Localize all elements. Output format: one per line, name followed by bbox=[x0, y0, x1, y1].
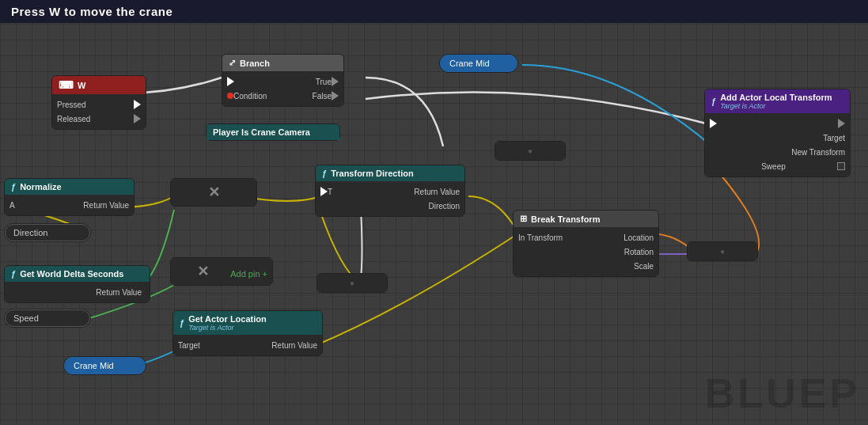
node-get-world-delta[interactable]: ƒ Get World Delta Seconds Return Value bbox=[4, 265, 150, 303]
add-actor-transform-label: New Transform bbox=[791, 148, 845, 157]
node-branch[interactable]: ⤢ Branch True Condition False bbox=[222, 54, 344, 107]
node-crane-mid-bottom[interactable]: Crane Mid bbox=[63, 356, 146, 375]
node-add-actor-local[interactable]: ƒ Add Actor Local Transform Target is Ac… bbox=[704, 89, 851, 177]
node-multiply-1[interactable]: ✕ bbox=[170, 178, 257, 207]
get-world-delta-icon: ƒ bbox=[11, 269, 16, 279]
normalize-title: Normalize bbox=[20, 182, 62, 192]
break-transform-title: Break Transform bbox=[531, 214, 600, 224]
player-crane-title: Player Is Crane Camera bbox=[213, 127, 310, 137]
transform-dir-exec-in[interactable] bbox=[320, 187, 328, 196]
released-pin[interactable] bbox=[134, 114, 141, 123]
pressed-pin[interactable] bbox=[134, 100, 141, 109]
node-direction-var[interactable]: Direction bbox=[4, 223, 91, 242]
get-actor-loc-title: Get Actor Location bbox=[188, 314, 267, 324]
node-lower-pins[interactable]: ● bbox=[316, 273, 388, 293]
get-actor-loc-sub: Target is Actor bbox=[188, 324, 267, 332]
released-label: Released bbox=[57, 115, 90, 123]
normalize-icon: ƒ bbox=[11, 182, 16, 192]
sweep-checkbox[interactable] bbox=[837, 162, 845, 170]
get-world-delta-return-label: Return Value bbox=[96, 288, 142, 297]
node-get-actor-location[interactable]: ƒ Get Actor Location Target is Actor Tar… bbox=[172, 310, 323, 356]
transform-dir-icon: ƒ bbox=[322, 169, 327, 178]
node-multiply-2[interactable]: ✕ Add pin + bbox=[170, 257, 273, 286]
node-transform-direction[interactable]: ƒ Transform Direction T Return Value Dir… bbox=[315, 165, 465, 217]
get-world-delta-title: Get World Delta Seconds bbox=[20, 269, 123, 279]
node-speed-var[interactable]: Speed bbox=[4, 309, 91, 328]
transform-dir-t-label: T bbox=[328, 188, 332, 196]
node-input-w[interactable]: ⌨ W Pressed Released bbox=[51, 75, 146, 130]
break-scale-label: Scale bbox=[634, 262, 654, 271]
canvas[interactable]: ⌨ W Pressed Released ⤢ Branch True bbox=[0, 24, 868, 425]
node-crane-mid-top[interactable]: Crane Mid bbox=[439, 54, 518, 73]
transform-dir-title: Transform Direction bbox=[331, 169, 414, 178]
add-actor-title: Add Actor Local Transform bbox=[720, 93, 832, 102]
speed-var-label: Speed bbox=[13, 313, 39, 323]
get-actor-return-label: Return Value bbox=[271, 341, 317, 350]
get-actor-loc-icon: ƒ bbox=[180, 318, 184, 328]
node-break-transform[interactable]: ⊞ Break Transform In Transform Location … bbox=[513, 210, 659, 277]
branch-title: Branch bbox=[240, 59, 270, 68]
normalize-a-label: A bbox=[9, 201, 15, 210]
transform-dir-return-label: Return Value bbox=[414, 188, 460, 196]
node-w-icon: ⌨ bbox=[59, 79, 74, 91]
condition-label: Condition bbox=[233, 92, 267, 101]
branch-icon: ⤢ bbox=[229, 58, 236, 68]
node-normalize[interactable]: ƒ Normalize A Return Value bbox=[4, 178, 135, 216]
true-pin[interactable] bbox=[332, 77, 339, 86]
transform-dir-dir-label: Direction bbox=[429, 202, 460, 211]
break-in-label: In Transform bbox=[518, 233, 563, 242]
add-actor-sweep-label: Sweep bbox=[761, 162, 786, 171]
false-pin[interactable] bbox=[332, 91, 339, 101]
get-actor-target-label: Target bbox=[178, 341, 200, 350]
break-transform-icon: ⊞ bbox=[520, 214, 527, 224]
node-right-pins[interactable]: ● bbox=[687, 241, 758, 261]
direction-var-label: Direction bbox=[13, 228, 47, 237]
add-actor-exec-out[interactable] bbox=[838, 119, 845, 128]
node-mid-pins[interactable]: ● bbox=[495, 141, 566, 161]
add-actor-target-label: Target bbox=[823, 134, 845, 142]
node-w-title: W bbox=[78, 81, 85, 90]
crane-mid-bottom-label: Crane Mid bbox=[74, 361, 114, 370]
title-bar: Press W to move the crane bbox=[0, 0, 868, 23]
add-actor-icon: ƒ bbox=[711, 97, 716, 106]
node-player-crane[interactable]: Player Is Crane Camera bbox=[206, 123, 340, 141]
add-pin-label[interactable]: Add pin + bbox=[230, 269, 267, 279]
watermark: BLUEP bbox=[705, 370, 860, 417]
false-label: False bbox=[313, 92, 332, 101]
branch-exec-in[interactable] bbox=[227, 77, 234, 86]
true-label: True bbox=[316, 78, 332, 86]
pressed-label: Pressed bbox=[57, 101, 86, 109]
page-title: Press W to move the crane bbox=[11, 5, 172, 18]
break-rotation-label: Rotation bbox=[624, 248, 654, 256]
crane-mid-top-label: Crane Mid bbox=[449, 59, 490, 68]
add-actor-exec-in[interactable] bbox=[710, 119, 717, 128]
add-actor-sub: Target is Actor bbox=[720, 102, 832, 110]
break-location-label: Location bbox=[624, 233, 654, 242]
normalize-return-label: Return Value bbox=[83, 201, 129, 210]
condition-pin-left[interactable] bbox=[227, 93, 233, 99]
